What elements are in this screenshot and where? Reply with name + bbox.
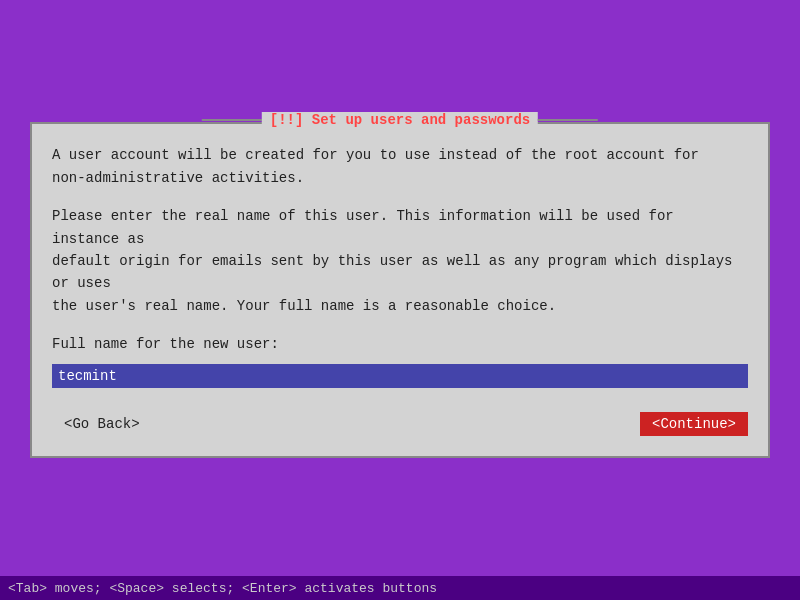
dialog-body: A user account will be created for you t… bbox=[52, 144, 748, 407]
button-row: <Go Back> <Continue> bbox=[52, 412, 748, 436]
dialog: [!!] Set up users and passwords A user a… bbox=[30, 122, 770, 457]
body-paragraph-2: Please enter the real name of this user.… bbox=[52, 205, 748, 317]
status-bar: <Tab> moves; <Space> selects; <Enter> ac… bbox=[0, 576, 800, 600]
dialog-title-bar: [!!] Set up users and passwords bbox=[202, 112, 598, 128]
full-name-input[interactable] bbox=[52, 364, 748, 388]
input-label: Full name for the new user: bbox=[52, 333, 748, 355]
status-bar-text: <Tab> moves; <Space> selects; <Enter> ac… bbox=[8, 581, 437, 596]
go-back-button[interactable]: <Go Back> bbox=[52, 412, 152, 436]
continue-button[interactable]: <Continue> bbox=[640, 412, 748, 436]
title-line-right bbox=[538, 119, 598, 121]
title-line-left bbox=[202, 119, 262, 121]
dialog-title: [!!] Set up users and passwords bbox=[262, 112, 538, 128]
body-paragraph-1: A user account will be created for you t… bbox=[52, 144, 748, 189]
